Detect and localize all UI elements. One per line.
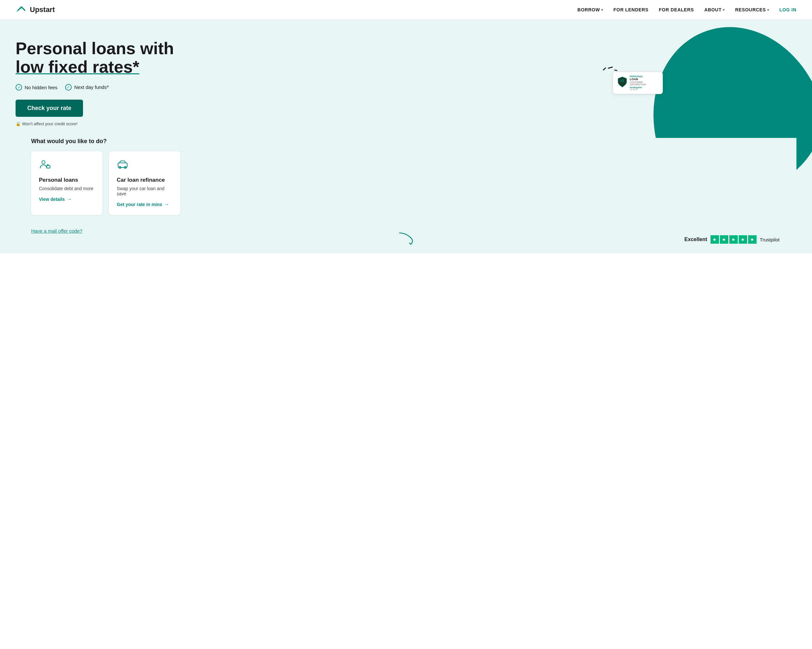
nav-link-login[interactable]: LOG IN [780,7,797,12]
sparkle-decoration [603,69,617,71]
nav-item-resources[interactable]: RESOURCES ▾ [735,7,769,12]
car-loan-icon [117,159,172,173]
star-2: ★ [720,235,728,244]
car-loan-desc: Swap your car loan and save [117,186,172,196]
hero-headline-underline: low fixed rates* [15,57,139,76]
next-day-funds-badge: ✓ Next day funds⁴ [65,84,108,90]
trustpilot-brand-label: Trustpilot [760,237,780,242]
nav-item-about[interactable]: ABOUT ▾ [704,7,725,12]
what-title: What would you like to do? [31,138,781,145]
navigation: Upstart BORROW ▾ FOR LENDERS FOR DEALERS… [0,0,812,20]
nav-link-resources[interactable]: RESOURCES ▾ [735,7,769,12]
arrow-right-icon: → [164,202,169,207]
star-1: ★ [710,235,719,244]
hero-headline: Personal loans with low fixed rates* [15,39,184,76]
svg-point-1 [42,161,45,164]
lending-tree-badge: #1 PERSONAL LOAN CUSTOMER SATISFACTION l… [612,72,663,94]
car-loan-title: Car loan refinance [117,177,172,183]
hero-content: Personal loans with low fixed rates* ✓ N… [15,39,184,138]
arrow-right-icon: → [67,196,72,202]
badge-text: PERSONAL LOAN CUSTOMER SATISFACTION lend… [630,75,658,90]
star-4: ★ [739,235,747,244]
trustpilot-rating: Excellent ★ ★ ★ ★ ★ Trustpilot [685,235,780,244]
car-loan-card[interactable]: Car loan refinance Swap your car loan an… [109,151,180,215]
logo[interactable]: Upstart [15,5,55,14]
chevron-down-icon: ▾ [723,8,725,12]
svg-rect-2 [47,165,50,168]
nav-link-for-dealers[interactable]: FOR DEALERS [659,7,694,12]
star-5: ★ [748,235,757,244]
check-circle-icon: ✓ [65,84,72,90]
hero-section: #1 PERSONAL LOAN CUSTOMER SATISFACTION l… [0,20,812,253]
personal-loans-desc: Consolidate debt and more [39,186,95,191]
nav-item-for-dealers[interactable]: FOR DEALERS [659,7,694,12]
logo-icon [15,5,27,14]
chevron-down-icon: ▾ [767,8,769,12]
star-3: ★ [729,235,738,244]
check-circle-icon: ✓ [15,84,22,90]
scroll-arrow-decoration [396,231,416,250]
what-section: What would you like to do? Personal loan… [15,138,797,222]
hero-feature-badges: ✓ No hidden fees ✓ Next day funds⁴ [15,84,184,90]
nav-item-login[interactable]: LOG IN [780,7,797,12]
personal-loans-title: Personal loans [39,177,95,183]
personal-loan-icon [39,159,95,173]
personal-loans-card[interactable]: Personal loans Consolidate debt and more… [31,151,102,215]
svg-text:#1: #1 [620,78,624,83]
nav-link-for-lenders[interactable]: FOR LENDERS [614,7,649,12]
trustpilot-excellent-label: Excellent [685,237,707,242]
nav-item-borrow[interactable]: BORROW ▾ [577,7,603,12]
nav-links: BORROW ▾ FOR LENDERS FOR DEALERS ABOUT ▾… [577,7,797,12]
trustpilot-stars: ★ ★ ★ ★ ★ [710,235,757,244]
logo-text: Upstart [30,6,55,14]
nav-item-for-lenders[interactable]: FOR LENDERS [614,7,649,12]
nav-link-about[interactable]: ABOUT ▾ [704,7,725,12]
bottom-section [0,253,812,279]
lending-tree-logo-area: lendingtree Q3 2022 [630,86,658,90]
no-hidden-fees-badge: ✓ No hidden fees [15,84,57,90]
check-rate-button[interactable]: Check your rate [15,99,83,117]
chevron-down-icon: ▾ [601,8,603,12]
lock-icon: 🔒 [15,121,21,126]
badge-shield-icon: #1 [617,76,627,89]
personal-loans-link[interactable]: View details → [39,196,95,202]
mail-offer-link[interactable]: Have a mail offer code? [31,228,82,234]
nav-link-borrow[interactable]: BORROW ▾ [577,7,603,12]
product-cards-row: Personal loans Consolidate debt and more… [31,151,781,215]
car-loan-link[interactable]: Get your rate in mins → [117,202,172,207]
credit-score-note: 🔒 Won't affect your credit score¹ [15,121,184,126]
